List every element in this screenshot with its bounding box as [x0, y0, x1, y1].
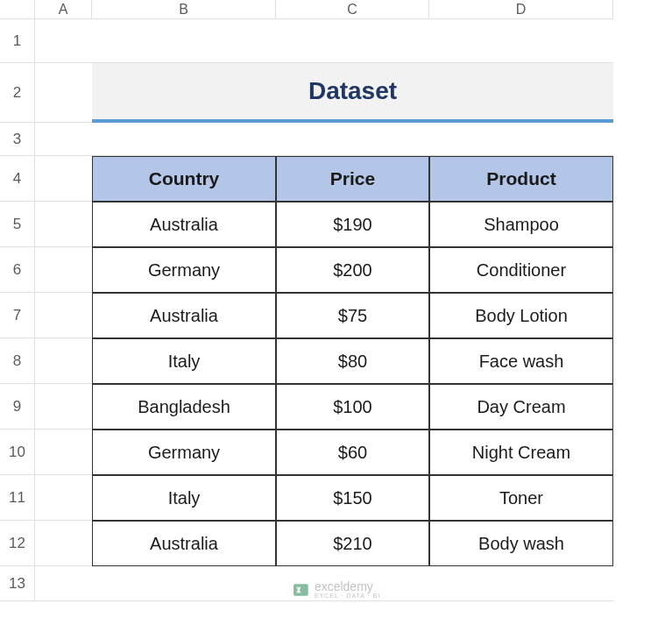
- cell-d3[interactable]: [429, 123, 613, 156]
- cell-a10[interactable]: [35, 430, 92, 475]
- cell-a7[interactable]: [35, 293, 92, 338]
- table-row[interactable]: Australia: [92, 202, 276, 247]
- table-row[interactable]: Face wash: [429, 338, 613, 384]
- spreadsheet-grid: A B C D 1 2 Dataset 3 4 Country Price Pr…: [0, 0, 672, 601]
- select-all-corner[interactable]: [0, 0, 35, 19]
- table-header-price[interactable]: Price: [276, 156, 429, 202]
- table-row[interactable]: $190: [276, 202, 429, 247]
- table-row[interactable]: Germany: [92, 430, 276, 475]
- cell-b1[interactable]: [92, 19, 276, 63]
- cell-a4[interactable]: [35, 156, 92, 202]
- cell-a3[interactable]: [35, 123, 92, 156]
- table-header-product[interactable]: Product: [429, 156, 613, 202]
- col-header-b[interactable]: B: [92, 0, 276, 19]
- row-header-7[interactable]: 7: [0, 293, 35, 338]
- cell-a1[interactable]: [35, 19, 92, 63]
- row-header-5[interactable]: 5: [0, 202, 35, 247]
- table-row[interactable]: Shampoo: [429, 202, 613, 247]
- col-header-d[interactable]: D: [429, 0, 613, 19]
- dataset-title[interactable]: Dataset: [92, 63, 613, 123]
- table-row[interactable]: $75: [276, 293, 429, 338]
- table-row[interactable]: Australia: [92, 521, 276, 566]
- row-header-2[interactable]: 2: [0, 63, 35, 123]
- row-header-13[interactable]: 13: [0, 566, 35, 601]
- table-row[interactable]: $150: [276, 475, 429, 521]
- table-row[interactable]: Body Lotion: [429, 293, 613, 338]
- row-header-9[interactable]: 9: [0, 384, 35, 430]
- table-row[interactable]: $210: [276, 521, 429, 566]
- cell-a8[interactable]: [35, 338, 92, 384]
- table-header-country[interactable]: Country: [92, 156, 276, 202]
- col-header-c[interactable]: C: [276, 0, 429, 19]
- col-header-a[interactable]: A: [35, 0, 92, 19]
- cell-a13[interactable]: [35, 566, 92, 601]
- row-header-1[interactable]: 1: [0, 19, 35, 63]
- cell-a5[interactable]: [35, 202, 92, 247]
- table-row[interactable]: Night Cream: [429, 430, 613, 475]
- cell-c3[interactable]: [276, 123, 429, 156]
- cell-d13[interactable]: [429, 566, 613, 601]
- row-header-6[interactable]: 6: [0, 247, 35, 293]
- row-header-4[interactable]: 4: [0, 156, 35, 202]
- table-row[interactable]: Italy: [92, 475, 276, 521]
- cell-b3[interactable]: [92, 123, 276, 156]
- cell-a11[interactable]: [35, 475, 92, 521]
- table-row[interactable]: Germany: [92, 247, 276, 293]
- table-row[interactable]: Conditioner: [429, 247, 613, 293]
- svg-rect-0: [294, 584, 308, 595]
- row-header-3[interactable]: 3: [0, 123, 35, 156]
- table-row[interactable]: Bangladesh: [92, 384, 276, 430]
- watermark: exceldemy EXCEL · DATA · BI: [292, 580, 380, 599]
- table-row[interactable]: Body wash: [429, 521, 613, 566]
- watermark-text: exceldemy: [315, 580, 380, 593]
- cell-a6[interactable]: [35, 247, 92, 293]
- table-row[interactable]: $80: [276, 338, 429, 384]
- excel-icon: [292, 581, 309, 599]
- table-row[interactable]: $200: [276, 247, 429, 293]
- cell-a9[interactable]: [35, 384, 92, 430]
- table-row[interactable]: Italy: [92, 338, 276, 384]
- row-header-10[interactable]: 10: [0, 430, 35, 475]
- table-row[interactable]: Day Cream: [429, 384, 613, 430]
- table-row[interactable]: Toner: [429, 475, 613, 521]
- cell-a2[interactable]: [35, 63, 92, 123]
- watermark-subtext: EXCEL · DATA · BI: [315, 593, 380, 599]
- row-header-11[interactable]: 11: [0, 475, 35, 521]
- cell-a12[interactable]: [35, 521, 92, 566]
- cell-d1[interactable]: [429, 19, 613, 63]
- table-row[interactable]: $60: [276, 430, 429, 475]
- cell-b13[interactable]: [92, 566, 276, 601]
- row-header-12[interactable]: 12: [0, 521, 35, 566]
- table-row[interactable]: $100: [276, 384, 429, 430]
- table-row[interactable]: Australia: [92, 293, 276, 338]
- cell-c1[interactable]: [276, 19, 429, 63]
- row-header-8[interactable]: 8: [0, 338, 35, 384]
